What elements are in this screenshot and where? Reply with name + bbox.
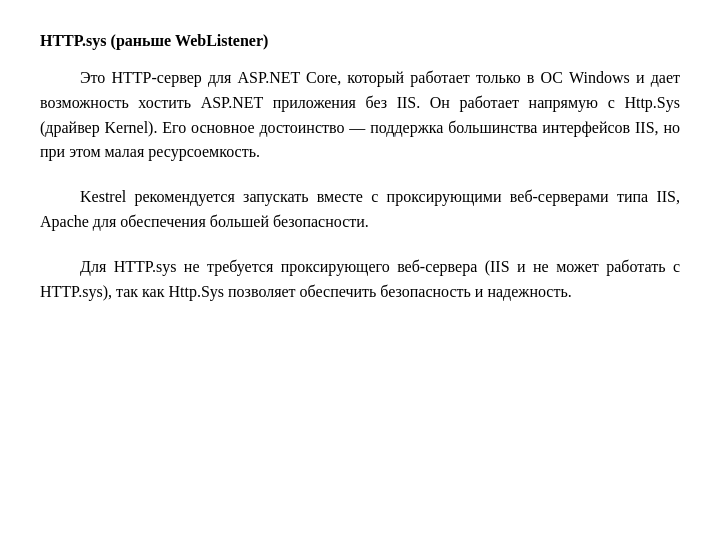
page-title: HTTP.sys (раньше WebListener) <box>40 32 680 50</box>
paragraph-3: Для HTTP.sys не требуется проксирующего … <box>40 255 680 305</box>
paragraph-1: Это HTTP-сервер для ASP.NET Core, которы… <box>40 66 680 165</box>
paragraph-2: Kestrel рекомендуется запускать вместе с… <box>40 185 680 235</box>
page-content: HTTP.sys (раньше WebListener) Это HTTP-с… <box>0 0 720 356</box>
